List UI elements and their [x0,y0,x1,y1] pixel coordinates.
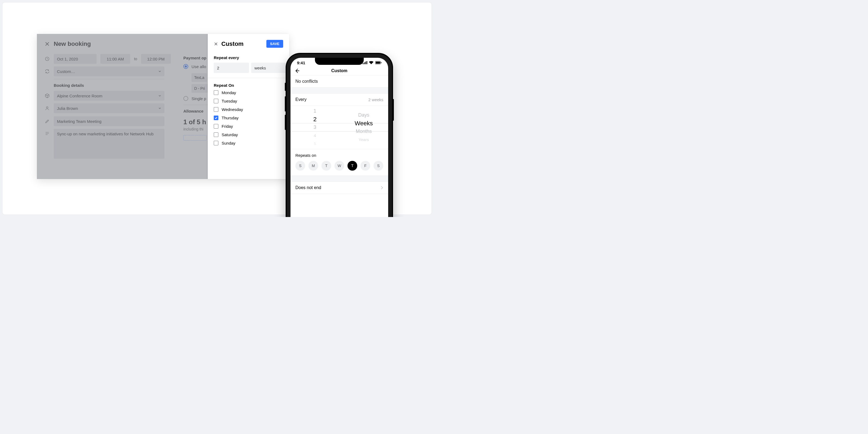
room-select[interactable]: Alpine Conference Room [54,91,164,101]
weekday-checkbox[interactable]: Friday [214,124,283,129]
divider [54,79,164,79]
weekday-checkbox[interactable]: Saturday [214,132,283,137]
picker-item[interactable]: 5 [314,140,316,148]
divider [208,78,289,78]
allowance-tag[interactable]: TexLa [191,73,207,82]
repeat-on-label: Repeat On [214,83,283,88]
svg-rect-8 [381,62,381,63]
day-pill[interactable]: S [373,161,383,170]
allowance-tag[interactable]: D - Pri [191,84,208,93]
notes-icon [45,131,50,136]
repeats-on-section: Repeats on SMTWTFS [290,149,388,176]
every-value: 2 weeks [368,97,383,102]
checkbox-icon [214,124,218,129]
battery-icon [375,61,382,65]
svg-rect-7 [376,62,380,63]
picker-item[interactable]: Weeks [355,119,373,127]
end-cell[interactable]: Does not end [290,182,388,194]
cube-icon [45,93,50,98]
day-pills: SMTWTFS [296,161,383,170]
day-pill[interactable]: F [361,161,370,170]
save-button[interactable]: SAVE [267,40,283,48]
repeat-icon [45,69,50,74]
svg-point-1 [46,106,48,108]
radio-icon [183,64,188,69]
close-icon[interactable] [214,42,218,46]
day-pill[interactable]: S [296,161,305,170]
back-icon[interactable] [294,68,300,74]
date-input[interactable]: Oct 1, 2020 [54,54,97,64]
weekday-checkbox-list: MondayTuesdayWednesdayThursdayFridaySatu… [214,90,283,145]
picker-item[interactable]: Days [358,111,369,119]
picker-item[interactable]: 3 [314,123,316,131]
checkbox-icon [214,99,218,103]
picker-item[interactable]: 1 [314,107,316,115]
picker-item[interactable]: 2 [313,115,316,123]
day-pill[interactable]: M [308,161,318,170]
close-icon[interactable] [44,41,50,46]
chevron-right-icon [380,186,383,190]
weekday-checkbox[interactable]: Tuesday [214,99,283,103]
weekday-checkbox[interactable]: Thursday [214,116,283,120]
clock-icon [45,56,50,61]
allowance-placeholder [183,135,207,141]
checkbox-icon [214,141,218,145]
checkbox-icon [214,107,218,112]
radio-icon [183,96,188,101]
svg-rect-4 [365,62,366,64]
pencil-icon [45,119,50,124]
phone-notch [315,58,364,65]
repeats-on-label: Repeats on [296,153,383,158]
to-label: to [134,57,137,61]
user-select[interactable]: Julia Brown [54,103,164,113]
nav-title: Custom [331,68,347,73]
status-time: 9:41 [297,61,305,65]
chevron-down-icon [158,70,161,73]
every-cell[interactable]: Every 2 weeks [290,94,388,106]
start-time-input[interactable]: 11:00 AM [100,54,130,64]
repeat-count-input[interactable] [214,63,249,73]
frequency-picker[interactable]: 12345 DaysWeeksMonthsYears [290,106,388,149]
drawer-title: Custom [221,40,244,48]
weekday-checkbox[interactable]: Sunday [214,141,283,145]
canvas: New booking Oct 1, 2020 11:00 AM to 12:0… [2,2,432,215]
description-textarea[interactable]: Sync-up on new marketing initiatives for… [54,129,164,159]
picker-item[interactable]: Years [359,135,369,144]
weekday-checkbox[interactable]: Wednesday [214,107,283,112]
weekday-checkbox[interactable]: Monday [214,90,283,95]
section-gap [290,88,388,94]
picker-item[interactable]: Months [355,127,372,135]
every-label: Every [296,97,307,102]
wifi-icon [369,61,373,65]
phone-mock: 9:41 Custom No conflicts Every 2 weeks [286,53,393,217]
custom-recurrence-drawer: Custom SAVE Repeat every Repeat On Monda… [208,34,289,179]
svg-rect-2 [363,63,364,64]
conflicts-cell: No conflicts [290,75,388,88]
checkbox-icon [214,132,218,137]
picker-item[interactable]: 4 [314,131,316,140]
booking-title: New booking [54,40,91,48]
end-time-input[interactable]: 12:00 PM [141,54,171,64]
day-pill[interactable]: T [347,161,357,170]
svg-rect-3 [364,62,365,64]
checkbox-icon [214,90,218,95]
booking-name-input[interactable]: Marketing Team Meeting [54,116,164,126]
svg-rect-5 [367,61,367,64]
chevron-down-icon [158,107,161,110]
day-pill[interactable]: W [335,161,344,170]
phone-screen: 9:41 Custom No conflicts Every 2 weeks [290,58,388,217]
nav-bar: Custom [290,66,388,75]
user-icon [45,106,50,111]
recurrence-select[interactable]: Custom… [54,66,164,76]
repeat-every-label: Repeat every [214,55,283,60]
checkbox-icon [214,116,218,120]
chevron-down-icon [158,94,161,97]
section-gap [290,176,388,182]
day-pill[interactable]: T [321,161,331,170]
